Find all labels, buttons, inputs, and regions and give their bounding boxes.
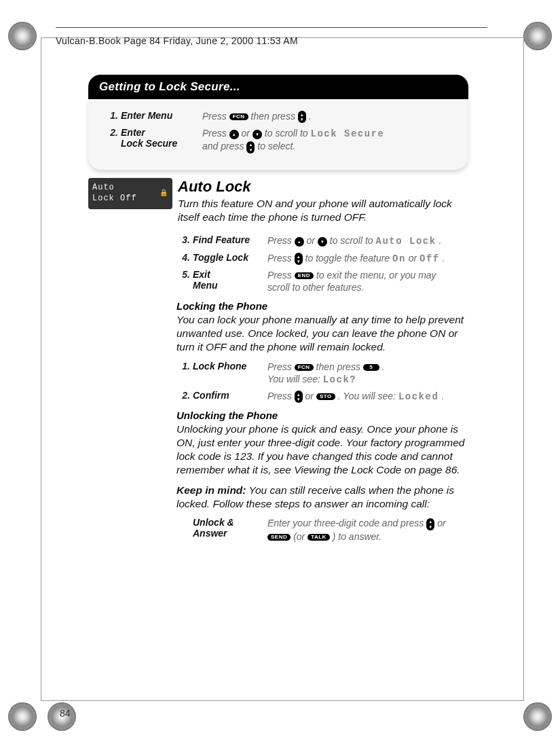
display-text: Lock? (323, 374, 357, 385)
header-rule (56, 27, 487, 28)
step-row: 5. Exit Menu Press END to exit the menu,… (171, 269, 468, 293)
step-label: Find Feature (190, 234, 267, 245)
step-number: 2. (171, 390, 190, 401)
getting-to-title: Getting to Lock Secure... (88, 75, 468, 99)
send-button-icon: SEND (267, 534, 291, 541)
text: to exit the menu, or you may (316, 270, 436, 281)
scroll-button-icon (426, 518, 434, 530)
text: Press (267, 253, 295, 264)
step-number: 5. (171, 269, 190, 280)
page-content: Getting to Lock Secure... 1. Enter Menu … (88, 75, 468, 547)
text: Unlock & (193, 517, 267, 528)
text: Press (202, 128, 229, 139)
text: or (242, 128, 253, 139)
lcd-line: Auto (92, 183, 137, 194)
text: and press (202, 141, 246, 151)
down-arrow-icon (318, 237, 327, 247)
page-number: 84 (60, 708, 71, 719)
step-row: Unlock & Answer Enter your three-digit c… (171, 517, 468, 542)
text: to toggle the feature (305, 253, 392, 264)
text: then press (251, 111, 298, 122)
lcd-display-icon: Auto Lock Off 🔒 (88, 178, 172, 209)
step-desc: Press to toggle the feature On or Off . (267, 252, 468, 265)
text: . (443, 253, 445, 264)
scroll-button-icon (298, 111, 306, 123)
step-number: 1. (99, 110, 118, 121)
text: Enter your three-digit code and press (267, 518, 426, 528)
step-label: Enter Menu (118, 110, 202, 121)
text: Enter (121, 127, 202, 138)
text: Press (267, 270, 295, 281)
step-number: 2. (99, 127, 118, 138)
getting-to-box: 1. Enter Menu Press FCN then press . 2. … (88, 99, 468, 170)
step-desc: Press or STO . You will see: Locked . (267, 390, 468, 403)
step-label: Exit Menu (190, 269, 267, 291)
autolock-section: Auto Lock Off 🔒 Auto Lock Turn this feat… (88, 178, 468, 231)
scroll-button-icon (295, 253, 303, 265)
talk-button-icon: TALK (307, 534, 330, 541)
step-row: 2. Enter Lock Secure Press or to scroll … (99, 127, 458, 153)
text: Lock Secure (121, 138, 202, 149)
text: Press (267, 391, 295, 401)
print-header: Vulcan-B.Book Page 84 Friday, June 2, 20… (56, 35, 487, 46)
step-number: 4. (171, 252, 190, 263)
paragraph: Unlocking your phone is quick and easy. … (176, 422, 468, 476)
down-arrow-icon (253, 130, 262, 139)
display-text: Lock Secure (311, 128, 385, 139)
text: . (439, 235, 442, 246)
keep-in-mind-label: Keep in mind: (176, 484, 246, 496)
text: . You will see: (338, 391, 398, 401)
lcd-line: Lock Off (92, 194, 137, 204)
step-row: 2. Confirm Press or STO . You will see: … (171, 390, 468, 403)
text: Press (267, 361, 295, 372)
step-label: Toggle Lock (190, 252, 267, 263)
text: to scroll to (330, 235, 376, 246)
section-title: Auto Lock (178, 178, 468, 196)
step-desc: Press FCN then press 5 . You will see: L… (267, 361, 468, 386)
scroll-button-icon (295, 391, 303, 403)
paragraph: Keep in mind: You can still receive call… (176, 484, 468, 511)
step-row: 1. Enter Menu Press FCN then press . (99, 110, 458, 123)
step-number: 1. (171, 361, 190, 372)
paragraph: You can lock your phone manually at any … (176, 313, 468, 353)
display-text: Locked (398, 391, 438, 402)
end-button-icon: END (295, 272, 314, 279)
display-text: Auto Lock (376, 236, 436, 247)
corner-ornament-icon (8, 22, 37, 50)
text: or (437, 518, 445, 528)
text: You will see: (267, 374, 323, 384)
text: or (307, 235, 318, 246)
text: or (409, 253, 419, 264)
subheading: Unlocking the Phone (176, 410, 468, 421)
text: Press (202, 111, 229, 122)
text: . (441, 391, 444, 401)
step-label: Lock Phone (190, 361, 267, 372)
text: or (305, 391, 316, 401)
step-label: Unlock & Answer (190, 517, 267, 539)
step-desc: Press or to scroll to Lock Secure and pr… (202, 127, 458, 153)
display-text: On (392, 253, 406, 264)
scroll-button-icon (246, 141, 255, 154)
step-row: 4. Toggle Lock Press to toggle the featu… (171, 252, 468, 265)
text: Answer (193, 528, 267, 539)
up-arrow-icon (229, 130, 239, 139)
step-row: 3. Find Feature Press or to scroll to Au… (171, 234, 468, 247)
text: ) to answer. (333, 531, 382, 542)
step-desc: Press END to exit the menu, or you may s… (267, 269, 468, 293)
text: to scroll to (265, 128, 311, 139)
intro-paragraph: Turn this feature ON and your phone will… (178, 197, 468, 224)
text: Menu (193, 280, 267, 291)
corner-ornament-icon (523, 22, 552, 50)
step-row: 1. Lock Phone Press FCN then press 5 . Y… (171, 361, 468, 386)
fcn-button-icon: FCN (295, 364, 314, 371)
step-number: 3. (171, 234, 190, 245)
subheading: Locking the Phone (176, 300, 468, 312)
lock-icon: 🔒 (160, 189, 168, 198)
text: Exit (193, 269, 267, 280)
step-desc: Press or to scroll to Auto Lock . (267, 234, 468, 247)
step-desc: Enter your three-digit code and press or… (267, 517, 468, 542)
text: to select. (257, 141, 295, 151)
text: Press (267, 235, 295, 246)
display-text: Off (419, 253, 440, 264)
text: scroll to other features. (267, 282, 364, 293)
